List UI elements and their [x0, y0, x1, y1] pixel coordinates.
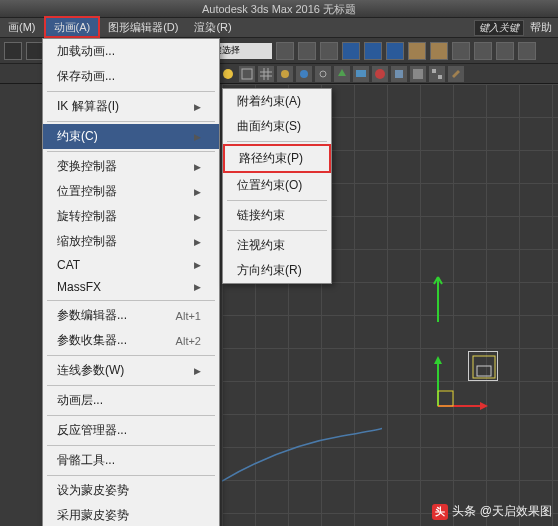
menu-item[interactable]: 参数编辑器...Alt+1: [43, 303, 219, 328]
watermark-author: @天启效果图: [480, 503, 552, 520]
menu-item[interactable]: MassFX▶: [43, 276, 219, 298]
menu-item[interactable]: 位置约束(O): [223, 173, 331, 198]
light-icon[interactable]: [277, 66, 293, 82]
gear-icon[interactable]: [315, 66, 331, 82]
svg-point-2: [281, 70, 289, 78]
svg-rect-8: [413, 69, 423, 79]
screen-icon[interactable]: [353, 66, 369, 82]
sun-icon: [220, 66, 236, 82]
menu-item[interactable]: 保存动画...: [43, 64, 219, 89]
svg-point-4: [320, 71, 326, 77]
angle-snap-icon[interactable]: [364, 42, 382, 60]
layer-icon[interactable]: [452, 42, 470, 60]
menu-item[interactable]: 采用蒙皮姿势: [43, 503, 219, 526]
globe-icon[interactable]: [372, 66, 388, 82]
svg-rect-9: [432, 69, 436, 73]
svg-rect-10: [438, 75, 442, 79]
move-icon[interactable]: [276, 42, 294, 60]
svg-point-3: [300, 70, 308, 78]
box-icon[interactable]: [391, 66, 407, 82]
percent-snap-icon[interactable]: [386, 42, 404, 60]
menu-separator: [47, 445, 215, 446]
menu-item[interactable]: 设为蒙皮姿势: [43, 478, 219, 503]
menu-item[interactable]: 连线参数(W)▶: [43, 358, 219, 383]
menu-item[interactable]: 约束(C)▶: [43, 124, 219, 149]
menu-item[interactable]: 画(M): [0, 18, 44, 37]
menu-item[interactable]: 变换控制器▶: [43, 154, 219, 179]
svg-rect-1: [242, 69, 252, 79]
menu-rendering[interactable]: 渲染(R): [186, 18, 239, 37]
menu-bar: 画(M) 动画(A) 图形编辑器(D) 渲染(R) 键入关键 帮助: [0, 18, 558, 38]
tree-icon[interactable]: [334, 66, 350, 82]
transform-gizmo[interactable]: [418, 346, 498, 426]
menu-separator: [47, 91, 215, 92]
svg-rect-17: [438, 391, 453, 406]
viewport-icon[interactable]: [239, 66, 255, 82]
rotate-icon[interactable]: [298, 42, 316, 60]
svg-rect-7: [395, 70, 403, 78]
menu-item[interactable]: 位置控制器▶: [43, 179, 219, 204]
curve-editor-icon[interactable]: [474, 42, 492, 60]
menu-item[interactable]: 路径约束(P): [223, 144, 331, 173]
menu-separator: [47, 415, 215, 416]
menu-separator: [47, 385, 215, 386]
menu-separator: [227, 200, 327, 201]
menu-item[interactable]: 链接约束: [223, 203, 331, 228]
menu-separator: [47, 475, 215, 476]
menu-item[interactable]: CAT▶: [43, 254, 219, 276]
menu-item[interactable]: 动画层...: [43, 388, 219, 413]
menu-item[interactable]: 骨骼工具...: [43, 448, 219, 473]
snap-icon[interactable]: [342, 42, 360, 60]
menu-item[interactable]: 反应管理器...: [43, 418, 219, 443]
axis-indicator: [428, 272, 448, 326]
constraints-submenu: 附着约束(A)曲面约束(S)路径约束(P)位置约束(O)链接约束注视约束方向约束…: [222, 88, 332, 284]
menu-item[interactable]: IK 解算器(I)▶: [43, 94, 219, 119]
menu-item[interactable]: 旋转控制器▶: [43, 204, 219, 229]
grid-icon[interactable]: [258, 66, 274, 82]
menu-item[interactable]: 参数收集器...Alt+2: [43, 328, 219, 353]
svg-point-0: [223, 69, 233, 79]
menu-item[interactable]: 缩放控制器▶: [43, 229, 219, 254]
render-icon[interactable]: [296, 66, 312, 82]
mirror-icon[interactable]: [408, 42, 426, 60]
watermark-prefix: 头条: [452, 503, 476, 520]
menu-graph-editors[interactable]: 图形编辑器(D): [100, 18, 186, 37]
scale-icon[interactable]: [320, 42, 338, 60]
menu-separator: [47, 121, 215, 122]
menu-item[interactable]: 注视约束: [223, 233, 331, 258]
help-label[interactable]: 帮助: [530, 20, 552, 35]
watermark-icon: 头: [432, 504, 448, 520]
svg-marker-14: [434, 356, 442, 364]
watermark: 头 头条 @天启效果图: [432, 503, 552, 520]
menu-separator: [47, 151, 215, 152]
menu-animation[interactable]: 动画(A): [44, 16, 101, 38]
panel-icon[interactable]: [410, 66, 426, 82]
spline-curve: [222, 426, 382, 486]
menu-separator: [227, 141, 327, 142]
animation-dropdown-menu: 加载动画...保存动画...IK 解算器(I)▶约束(C)▶变换控制器▶位置控制…: [42, 38, 220, 526]
svg-point-6: [375, 69, 385, 79]
schematic-icon[interactable]: [496, 42, 514, 60]
material-icon[interactable]: [518, 42, 536, 60]
menu-item[interactable]: 曲面约束(S): [223, 114, 331, 139]
menu-item[interactable]: 方向约束(R): [223, 258, 331, 283]
svg-rect-5: [356, 70, 366, 77]
grid2-icon[interactable]: [429, 66, 445, 82]
svg-marker-16: [480, 402, 488, 410]
menu-separator: [47, 300, 215, 301]
undo-icon[interactable]: [4, 42, 22, 60]
hammer-icon[interactable]: [448, 66, 464, 82]
menu-separator: [47, 355, 215, 356]
menu-item[interactable]: 附着约束(A): [223, 89, 331, 114]
menu-item[interactable]: 加载动画...: [43, 39, 219, 64]
align-icon[interactable]: [430, 42, 448, 60]
keyword-input[interactable]: 键入关键: [474, 20, 524, 36]
menu-separator: [227, 230, 327, 231]
